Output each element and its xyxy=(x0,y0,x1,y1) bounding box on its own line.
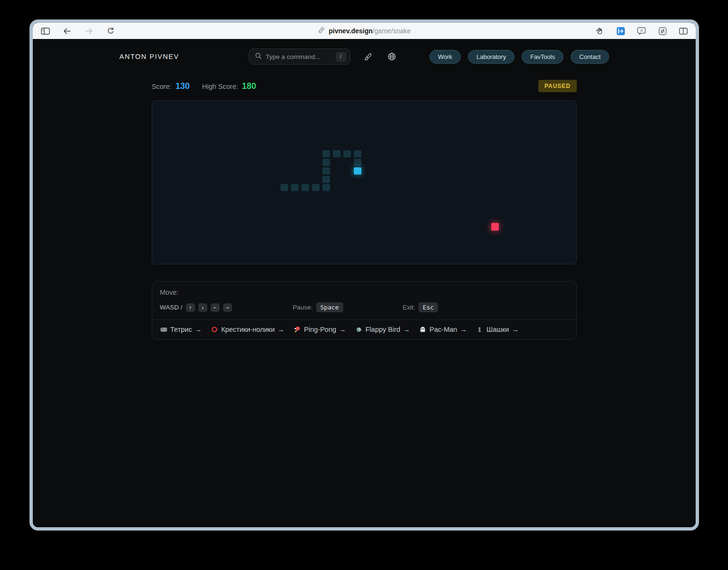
snake-head xyxy=(354,167,361,174)
url-path: /game/snake xyxy=(373,27,411,35)
game-label: Тетрис xyxy=(170,326,192,333)
panel-divider xyxy=(152,319,576,320)
snake-body-segment xyxy=(333,150,340,157)
snake-body-segment xyxy=(354,159,361,166)
snake-body-segment xyxy=(291,184,299,191)
nav-button-contact[interactable]: Contact xyxy=(571,50,609,64)
score-label: Score: xyxy=(152,83,172,90)
snake-body-segment xyxy=(322,167,330,174)
exit-group: Exit: Esc xyxy=(403,302,438,312)
move-keys-group: WASD / ↑↓←→ xyxy=(160,303,232,312)
esc-keycap: Esc xyxy=(418,302,438,312)
game-board xyxy=(152,100,577,264)
food-square xyxy=(491,223,499,231)
score-value: 130 xyxy=(175,81,190,91)
nav-button-work[interactable]: Work xyxy=(429,50,461,64)
nav-button-laboratory[interactable]: Laboratory xyxy=(468,50,514,64)
game-link-2[interactable]: Крестики-нолики→ xyxy=(211,326,284,333)
svg-text:A: A xyxy=(640,28,643,33)
search-group: / xyxy=(249,48,398,65)
move-label: Move: xyxy=(160,289,569,296)
site-logo[interactable]: ANTON PIVNEV xyxy=(119,53,179,60)
toolbar-right-group: A xyxy=(594,26,689,36)
game-label: Pac-Man xyxy=(429,326,457,333)
snake-body-segment xyxy=(322,150,330,157)
blue-share-extension-icon[interactable] xyxy=(615,26,626,36)
snake-body-segment xyxy=(312,184,320,191)
back-icon[interactable] xyxy=(61,26,73,36)
high-score-label: High Score: xyxy=(202,83,238,90)
browser-toolbar: pivnev.design/game/snake A xyxy=(33,23,696,39)
keys-row: WASD / ↑↓←→ Pause: Space Exit: Esc xyxy=(160,302,569,312)
snake-body-segment xyxy=(322,176,330,183)
search-input[interactable] xyxy=(266,53,332,60)
score-row: Score: 130 High Score: 180 PAUSED xyxy=(152,79,577,93)
tictactoe-circle-icon xyxy=(211,326,218,333)
game-link-3[interactable]: Ping-Pong→ xyxy=(293,326,346,333)
snake-game-section: Score: 130 High Score: 180 PAUSED Move: … xyxy=(152,79,577,340)
sidebar-toggle-icon[interactable] xyxy=(39,26,51,36)
url-text: pivnev.design/game/snake xyxy=(329,27,411,35)
arrow-right-icon: → xyxy=(403,326,410,333)
language-globe-icon[interactable] xyxy=(386,50,398,63)
snake-body-segment xyxy=(322,159,330,166)
arrow-keycap-2: ← xyxy=(211,303,220,312)
snake-body-segment xyxy=(281,184,288,191)
nav-pills: WorkLaboratoryFavToolsContact xyxy=(429,50,609,64)
game-link-5[interactable]: Pac-Man→ xyxy=(419,326,467,333)
snake-body-segment xyxy=(322,184,330,191)
arrow-keys: ↑↓←→ xyxy=(186,303,232,312)
arrow-keycap-0: ↑ xyxy=(186,303,195,312)
arrow-keycap-1: ↓ xyxy=(198,303,207,312)
wasd-label: WASD / xyxy=(160,304,183,311)
switch-extension-icon[interactable] xyxy=(657,26,668,36)
tetris-gamepad-icon xyxy=(160,326,167,333)
snake-body-segment xyxy=(343,150,351,157)
score-group: Score: 130 xyxy=(152,81,190,91)
arrow-right-icon: → xyxy=(195,326,202,333)
high-score-value: 180 xyxy=(242,81,256,91)
arrow-right-icon: → xyxy=(278,326,285,333)
browser-window: pivnev.design/game/snake A ANTON PIVNEV xyxy=(29,19,699,531)
pacman-ghost-icon xyxy=(419,326,427,333)
high-score-group: High Score: 180 xyxy=(202,81,256,91)
url-bar[interactable]: pivnev.design/game/snake xyxy=(318,27,411,35)
hand-extension-icon[interactable] xyxy=(594,26,605,36)
game-label: Шашки xyxy=(486,326,509,333)
page-content: ANTON PIVNEV / WorkLaboratoryFavToolsCon… xyxy=(33,39,696,531)
arrow-keycap-3: → xyxy=(223,303,232,312)
space-keycap: Space xyxy=(316,302,343,312)
other-games-row: Тетрис→Крестики-нолики→Ping-Pong→Flappy … xyxy=(160,326,569,333)
game-label: Крестики-нолики xyxy=(221,326,275,333)
theme-brush-icon[interactable] xyxy=(362,50,374,63)
controls-panel: Move: WASD / ↑↓←→ Pause: Space Exit: Esc xyxy=(152,281,577,340)
pause-label: Pause: xyxy=(293,304,313,311)
game-link-4[interactable]: Flappy Bird→ xyxy=(355,326,410,333)
split-view-icon[interactable] xyxy=(678,26,689,36)
reload-icon[interactable] xyxy=(105,26,116,36)
command-search[interactable]: / xyxy=(249,48,350,65)
url-host: pivnev.design xyxy=(329,27,372,35)
arrow-right-icon: → xyxy=(512,326,519,333)
site-header: ANTON PIVNEV / WorkLaboratoryFavToolsCon… xyxy=(119,39,609,67)
arrow-right-icon: → xyxy=(339,326,346,333)
game-label: Flappy Bird xyxy=(366,326,400,333)
search-shortcut-badge: / xyxy=(336,52,346,62)
forward-icon[interactable] xyxy=(83,26,95,36)
flappy-bird-icon xyxy=(355,326,363,333)
game-label: Ping-Pong xyxy=(304,326,336,333)
search-icon xyxy=(255,52,262,61)
game-link-6[interactable]: Шашки→ xyxy=(476,326,519,333)
snake-body-segment xyxy=(301,184,309,191)
pause-group: Pause: Space xyxy=(293,302,343,312)
toolbar-left-group xyxy=(39,26,116,36)
nav-button-favtools[interactable]: FavTools xyxy=(522,50,563,64)
link-icon xyxy=(318,27,325,35)
pingpong-paddle-icon xyxy=(293,326,301,333)
game-link-1[interactable]: Тетрис→ xyxy=(160,326,202,333)
checkers-pawn-icon xyxy=(476,326,484,333)
status-badge: PAUSED xyxy=(538,80,577,92)
arrow-right-icon: → xyxy=(460,326,467,333)
exit-label: Exit: xyxy=(403,304,415,311)
translate-extension-icon[interactable]: A xyxy=(636,26,647,36)
